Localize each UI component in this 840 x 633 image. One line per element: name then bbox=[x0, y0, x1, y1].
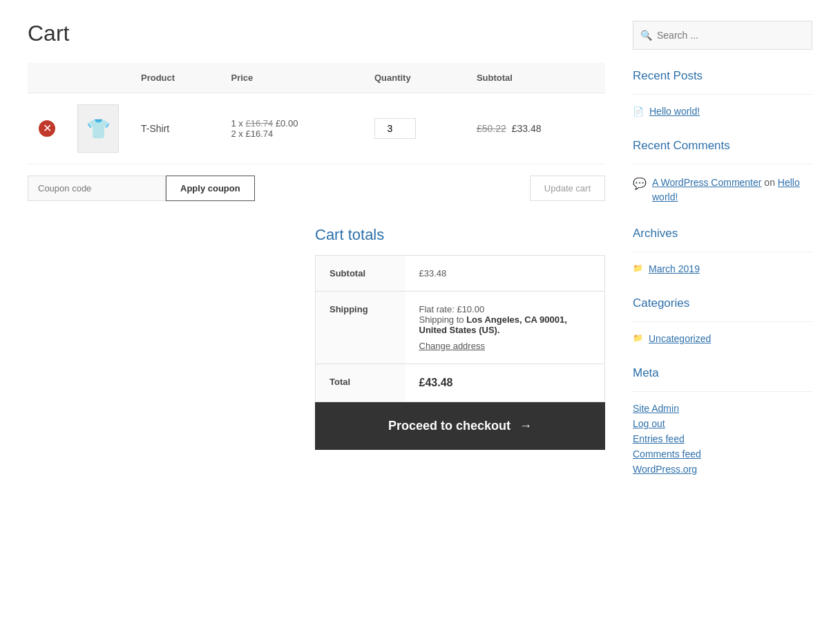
product-name-cell: T-Shirt bbox=[130, 93, 220, 164]
remove-item-button[interactable]: ✕ bbox=[39, 120, 55, 137]
col-qty-header: Quantity bbox=[363, 63, 466, 93]
meta-comments-feed-link[interactable]: Comments feed bbox=[633, 448, 812, 460]
categories-divider bbox=[633, 321, 812, 322]
totals-table: Subtotal £33.48 Shipping Flat rate: £10.… bbox=[315, 255, 605, 402]
main-content: Cart Product Price Quantity Subtotal ✕ bbox=[28, 21, 605, 497]
archive-folder-icon: 📁 bbox=[633, 263, 643, 273]
search-icon: 🔍 bbox=[640, 30, 652, 41]
shipping-details: Flat rate: £10.00 Shipping to Los Angele… bbox=[405, 292, 605, 364]
meta-divider bbox=[633, 391, 812, 392]
quantity-input[interactable] bbox=[374, 118, 416, 139]
meta-section: Meta Site Admin Log out Entries feed Com… bbox=[633, 366, 812, 475]
recent-posts-divider bbox=[633, 94, 812, 95]
product-image-icon: 👕 bbox=[86, 117, 111, 140]
shipping-to-prefix: Shipping to bbox=[419, 314, 467, 325]
recent-post-item: 📄 Hello world! bbox=[633, 106, 812, 117]
categories-section: Categories 📁 Uncategorized bbox=[633, 296, 812, 344]
checkout-arrow-icon: → bbox=[519, 419, 532, 433]
archive-link[interactable]: March 2019 bbox=[649, 263, 700, 274]
price-original: £16.74 bbox=[246, 118, 274, 129]
coupon-left: Apply coupon bbox=[28, 176, 255, 201]
total-label: Total bbox=[316, 364, 405, 402]
col-remove-header bbox=[28, 63, 66, 93]
subtotal-amount: £33.48 bbox=[405, 256, 605, 292]
product-qty-cell bbox=[363, 93, 466, 164]
recent-comment-item: 💬 A WordPress Commenter on Hello world! bbox=[633, 176, 812, 205]
meta-entries-feed-link[interactable]: Entries feed bbox=[633, 433, 812, 444]
col-image-header bbox=[66, 63, 130, 93]
product-name: T-Shirt bbox=[141, 123, 169, 134]
archives-title: Archives bbox=[633, 227, 812, 240]
post-link[interactable]: Hello world! bbox=[649, 106, 700, 117]
total-value: £43.48 bbox=[419, 377, 453, 388]
apply-coupon-button[interactable]: Apply coupon bbox=[166, 176, 255, 201]
meta-title: Meta bbox=[633, 366, 812, 380]
col-product-header: Product bbox=[130, 63, 220, 93]
shipping-address: Shipping to Los Angeles, CA 90001, Unite… bbox=[419, 314, 591, 335]
post-icon: 📄 bbox=[633, 106, 644, 117]
categories-title: Categories bbox=[633, 296, 812, 310]
recent-posts-section: Recent Posts 📄 Hello world! bbox=[633, 69, 812, 117]
product-image: 👕 bbox=[77, 104, 119, 153]
shipping-label: Shipping bbox=[316, 292, 405, 364]
subtotal-label: Subtotal bbox=[316, 256, 405, 292]
shipping-row: Shipping Flat rate: £10.00 Shipping to L… bbox=[316, 292, 605, 364]
page-title: Cart bbox=[28, 21, 605, 46]
cart-table: Product Price Quantity Subtotal ✕ 👕 bbox=[28, 63, 605, 164]
shipping-rate: Flat rate: £10.00 bbox=[419, 304, 591, 314]
recent-posts-title: Recent Posts bbox=[633, 69, 812, 83]
meta-log-out-link[interactable]: Log out bbox=[633, 418, 812, 429]
category-folder-icon: 📁 bbox=[633, 333, 643, 343]
price-line2: 2 x £16.74 bbox=[231, 129, 352, 139]
checkout-button-label: Proceed to checkout bbox=[388, 419, 510, 433]
archives-section: Archives 📁 March 2019 bbox=[633, 227, 812, 274]
meta-wordpress-org-link[interactable]: WordPress.org bbox=[633, 464, 812, 475]
subtotal-original: £50.22 bbox=[477, 123, 506, 134]
update-cart-button[interactable]: Update cart bbox=[530, 176, 605, 201]
comment-on-text: on bbox=[764, 177, 777, 188]
search-input[interactable] bbox=[633, 21, 812, 49]
subtotal-row: Subtotal £33.48 bbox=[316, 256, 605, 292]
col-price-header: Price bbox=[220, 63, 363, 93]
product-price-cell: 1 x £16.74 £0.00 2 x £16.74 bbox=[220, 93, 363, 164]
total-amount: £43.48 bbox=[405, 364, 605, 402]
comment-text: A WordPress Commenter on Hello world! bbox=[652, 176, 812, 205]
coupon-row: Apply coupon Update cart bbox=[28, 176, 605, 201]
cart-totals-section: Cart totals Subtotal £33.48 Shipping Fla… bbox=[315, 226, 605, 450]
change-address-link[interactable]: Change address bbox=[419, 341, 591, 351]
product-image-cell: 👕 bbox=[66, 93, 130, 164]
col-subtotal-header: Subtotal bbox=[466, 63, 605, 93]
product-subtotal-cell: £50.22 £33.48 bbox=[466, 93, 605, 164]
total-row: Total £43.48 bbox=[316, 364, 605, 402]
comment-author-link[interactable]: A WordPress Commenter bbox=[652, 177, 761, 188]
coupon-input[interactable] bbox=[28, 176, 166, 201]
search-box: 🔍 bbox=[633, 21, 812, 50]
cart-totals-title: Cart totals bbox=[315, 226, 605, 244]
comment-icon: 💬 bbox=[633, 177, 647, 190]
recent-comments-section: Recent Comments 💬 A WordPress Commenter … bbox=[633, 139, 812, 205]
table-row: ✕ 👕 T-Shirt 1 x £16.74 £0.00 bbox=[28, 93, 605, 164]
proceed-to-checkout-button[interactable]: Proceed to checkout → bbox=[315, 402, 605, 450]
meta-site-admin-link[interactable]: Site Admin bbox=[633, 403, 812, 414]
sidebar: 🔍 Recent Posts 📄 Hello world! Recent Com… bbox=[633, 21, 812, 497]
subtotal-value: £33.48 bbox=[512, 123, 542, 134]
recent-comments-title: Recent Comments bbox=[633, 139, 812, 153]
recent-comments-divider bbox=[633, 164, 812, 164]
archives-divider bbox=[633, 252, 812, 252]
price-line1: 1 x £16.74 £0.00 bbox=[231, 118, 352, 129]
archive-item: 📁 March 2019 bbox=[633, 263, 812, 274]
remove-cell: ✕ bbox=[28, 93, 66, 164]
category-item: 📁 Uncategorized bbox=[633, 333, 812, 344]
category-link[interactable]: Uncategorized bbox=[649, 333, 711, 344]
